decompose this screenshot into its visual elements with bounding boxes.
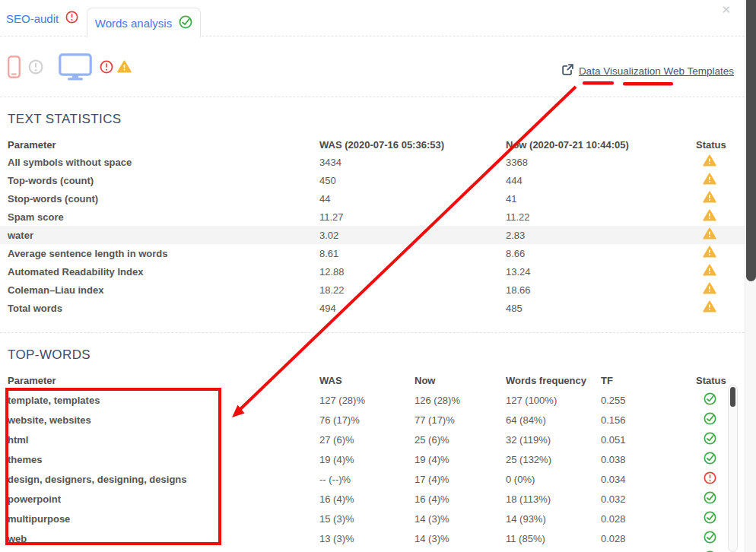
check-circle-icon	[696, 511, 723, 524]
table-row[interactable]: web13 (3)%14 (3)%11 (85%)0.028	[0, 528, 756, 548]
check-circle-icon	[696, 491, 723, 504]
parameter-cell: web	[8, 533, 319, 544]
table-row[interactable]: Coleman–Liau index18.2218.66	[0, 281, 756, 299]
desktop-monitor-icon[interactable]	[59, 53, 92, 81]
now-cell: 18.66	[506, 284, 696, 296]
table-row[interactable]: Average sentence length in words8.618.66	[0, 244, 756, 262]
words_frequency-cell: 32 (119%)	[506, 434, 601, 446]
toolbar: Data Visualization Web Templates	[0, 36, 756, 97]
error-circle-icon	[65, 11, 78, 26]
check-circle-icon	[179, 15, 192, 31]
table-row[interactable]: website, websites76 (17)%77 (17)%64 (84%…	[0, 410, 756, 430]
column-header-parameter: Parameter	[8, 375, 319, 386]
words_frequency-cell: 64 (84%)	[506, 414, 601, 426]
page-scrollbar[interactable]	[745, 0, 756, 552]
mobile-phone-icon[interactable]	[8, 56, 21, 78]
error-exclamation-icon	[100, 60, 113, 74]
was-cell: 16 (4)%	[319, 493, 415, 505]
warning-triangle-icon	[696, 246, 723, 258]
tf-cell: 0.038	[601, 454, 696, 465]
top-words-scrollbar-thumb[interactable]	[730, 387, 735, 407]
table-row[interactable]: Stop-words (count)4441	[0, 189, 756, 208]
table-row[interactable]	[0, 548, 756, 552]
table-row[interactable]: template, templates127 (28)%126 (28)%127…	[0, 390, 756, 410]
data-visualization-link[interactable]: Data Visualization Web Templates	[562, 64, 734, 78]
now-cell: 3368	[506, 157, 696, 168]
was-cell: 11.27	[319, 211, 506, 223]
check-circle-icon	[696, 452, 723, 465]
table-row[interactable]: Top-words (count)450444	[0, 171, 756, 189]
table-row[interactable]: Total words494485	[0, 299, 756, 317]
was-cell: 12.88	[319, 266, 506, 278]
column-header-was: WAS	[319, 375, 415, 386]
data-visualization-link-label[interactable]: Data Visualization Web Templates	[579, 65, 734, 77]
words_frequency-cell: 11 (85%)	[506, 533, 601, 544]
close-icon[interactable]: ✕	[721, 4, 731, 15]
text-statistics-table: All symbols without space34343368Top-wor…	[0, 153, 756, 317]
table-row[interactable]: multipurpose15 (3)%14 (3)%14 (93%)0.028	[0, 509, 756, 528]
now-cell: 16 (4)%	[415, 493, 506, 505]
words_frequency-cell: 14 (93%)	[506, 513, 601, 525]
was-cell: 13 (3)%	[319, 533, 415, 544]
parameter-cell: Stop-words (count)	[8, 193, 319, 205]
tab-seo-audit[interactable]: SEO-audit	[6, 0, 78, 36]
parameter-cell: Automated Readability Index	[8, 266, 319, 278]
words-analysis-panel: SEO-audit Words analysis ✕ Data Visualiz…	[0, 0, 756, 552]
tf-cell: 0.028	[601, 533, 696, 544]
warning-triangle-icon	[696, 173, 723, 185]
top-words-table: template, templates127 (28)%126 (28)%127…	[0, 390, 756, 552]
now-cell: 14 (3)%	[415, 533, 506, 544]
top-words-section: TOP-WORDS Parameter WAS Now Words freque…	[0, 347, 756, 552]
tab-words-analysis-label: Words analysis	[95, 17, 172, 30]
column-header-now: Now	[415, 375, 506, 386]
now-cell: 41	[506, 193, 696, 205]
now-cell: 14 (3)%	[415, 513, 506, 525]
now-cell: 126 (28)%	[415, 395, 506, 406]
was-cell: 3434	[319, 157, 506, 168]
table-row[interactable]: html27 (6)%25 (6)%32 (119%)0.051	[0, 430, 756, 449]
table-row[interactable]: Automated Readability Index12.8813.24	[0, 262, 756, 281]
parameter-cell: Average sentence length in words	[8, 248, 319, 259]
tab-words-analysis[interactable]: Words analysis	[87, 8, 201, 37]
column-header-parameter: Parameter	[8, 139, 319, 151]
now-cell: 2.83	[506, 230, 696, 241]
was-cell: 3.02	[319, 230, 506, 241]
parameter-cell: website, websites	[8, 414, 319, 426]
tf-cell: 0.051	[601, 434, 696, 446]
check-circle-icon	[696, 432, 723, 445]
warning-triangle-icon	[696, 264, 723, 276]
table-row[interactable]: powerpoint16 (4)%16 (4)%18 (113%)0.032	[0, 489, 756, 509]
parameter-cell: powerpoint	[8, 493, 319, 505]
was-cell: 27 (6)%	[319, 434, 415, 446]
text-statistics-title: TEXT STATISTICS	[0, 112, 756, 127]
was-cell: 8.61	[319, 248, 506, 259]
parameter-cell: themes	[8, 454, 319, 465]
warning-triangle-icon	[696, 154, 723, 167]
tf-cell: 0.032	[601, 493, 696, 505]
text-statistics-header-row: Parameter WAS (2020-07-16 05:36:53) Now …	[0, 136, 756, 153]
was-cell: 44	[319, 193, 506, 205]
error-circle-icon	[696, 471, 723, 484]
now-cell: 13.24	[506, 266, 696, 278]
check-circle-icon	[696, 412, 723, 425]
now-cell: 77 (17)%	[415, 414, 506, 426]
gray-exclamation-icon	[28, 59, 43, 75]
now-cell: 444	[506, 175, 696, 186]
table-row[interactable]: design, designers, designing, designs-- …	[0, 469, 756, 489]
now-cell: 485	[506, 303, 696, 314]
was-cell: 15 (3)%	[319, 513, 415, 525]
table-row[interactable]: water3.022.83	[0, 226, 756, 244]
column-header-was: WAS (2020-07-16 05:36:53)	[319, 139, 506, 151]
warning-triangle-icon	[117, 60, 132, 73]
table-row[interactable]: All symbols without space34343368	[0, 153, 756, 171]
was-cell: 76 (17)%	[319, 414, 415, 426]
parameter-cell: html	[8, 434, 319, 446]
page-scrollbar-thumb[interactable]	[746, 0, 756, 281]
now-cell: 17 (4)%	[415, 474, 506, 485]
warning-triangle-icon	[696, 191, 723, 203]
tf-cell: 0.156	[601, 414, 696, 426]
table-row[interactable]: Spam score11.2711.22	[0, 208, 756, 226]
parameter-cell: design, designers, designing, designs	[8, 474, 319, 485]
table-row[interactable]: themes19 (4)%19 (4)%25 (132%)0.038	[0, 449, 756, 469]
top-words-scrollbar[interactable]	[728, 385, 738, 552]
